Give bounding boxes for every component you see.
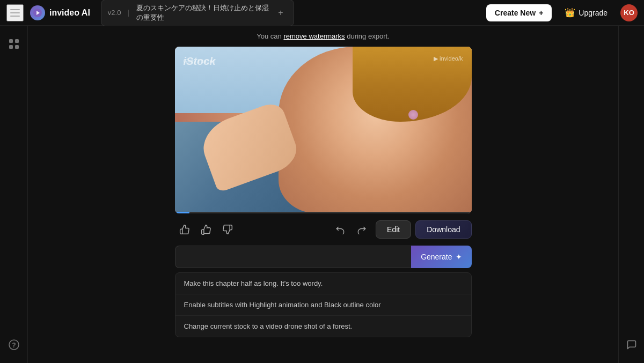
undo-button[interactable] <box>331 220 350 239</box>
avatar-initials: KO <box>624 9 634 17</box>
video-title: 夏のスキンケアの秘訣！日焼け止めと保湿の重要性 <box>136 3 269 23</box>
upgrade-label: Upgrade <box>579 9 608 17</box>
watermark-link[interactable]: remove watermarks <box>283 32 345 40</box>
svg-rect-2 <box>10 16 20 17</box>
redo-button[interactable] <box>352 220 371 239</box>
logo-icon <box>30 5 45 20</box>
svg-text:?: ? <box>12 342 16 349</box>
create-new-label: Create New <box>495 9 536 17</box>
sidebar-grid-button[interactable] <box>4 34 24 54</box>
reaction-buttons <box>175 220 327 239</box>
svg-rect-7 <box>9 45 13 49</box>
crown-icon: 👑 <box>565 8 575 18</box>
user-avatar[interactable]: KO <box>620 4 638 21</box>
suggestion-item[interactable]: Change current stock to a video drone sh… <box>175 316 471 337</box>
add-chapter-button[interactable]: + <box>274 6 287 19</box>
title-divider: ｜ <box>125 8 132 18</box>
upgrade-button[interactable]: 👑 Upgrade <box>558 3 614 22</box>
video-progress-fill <box>175 212 190 213</box>
sparkle-icon: ✦ <box>456 253 462 261</box>
svg-rect-6 <box>15 39 19 43</box>
logo-area: invideo AI <box>30 5 90 20</box>
sidebar-help-button[interactable]: ? <box>4 335 24 354</box>
svg-rect-0 <box>10 9 20 10</box>
suggestions-panel: Make this chapter half as long. It's too… <box>175 272 472 337</box>
right-panel <box>618 26 644 363</box>
chat-input-area: Generate ✦ <box>175 246 472 268</box>
video-thumbnail: iStock Getty Images ▶ invideo/k <box>175 47 472 213</box>
chat-input[interactable] <box>175 246 412 268</box>
edit-button[interactable]: Edit <box>376 220 411 239</box>
video-player[interactable]: iStock Getty Images ▶ invideo/k <box>175 47 472 213</box>
thumbs-down-button[interactable] <box>218 220 237 239</box>
download-button[interactable]: Download <box>415 220 471 239</box>
thumbs-up-filled-button[interactable] <box>175 220 194 239</box>
svg-rect-8 <box>15 45 19 49</box>
watermark-notice: You can remove watermarks during export. <box>257 32 389 40</box>
suggestion-item[interactable]: Enable subtitles with Highlight animatio… <box>175 294 471 316</box>
svg-rect-5 <box>9 39 13 43</box>
video-progress-bar[interactable] <box>175 212 472 213</box>
generate-label: Generate <box>421 253 452 261</box>
create-new-icon: + <box>539 9 543 17</box>
istock-sublabel: Getty Images <box>184 58 215 64</box>
nav-buttons <box>331 220 371 239</box>
app-header: invideo AI v2.0 ｜ 夏のスキンケアの秘訣！日焼け止めと保湿の重要… <box>0 0 644 26</box>
menu-button[interactable] <box>6 4 24 21</box>
suggestion-item[interactable]: Make this chapter half as long. It's too… <box>175 273 471 294</box>
invideo-watermark: ▶ invideo/k <box>434 55 463 62</box>
logo-text: invideo AI <box>49 8 90 18</box>
svg-rect-1 <box>10 12 20 13</box>
center-area: You can remove watermarks during export. <box>28 26 618 363</box>
version-label: v2.0 <box>108 9 121 17</box>
thumbs-up-button[interactable] <box>196 220 216 239</box>
title-bar[interactable]: v2.0 ｜ 夏のスキンケアの秘訣！日焼け止めと保湿の重要性 + <box>101 0 294 26</box>
create-new-button[interactable]: Create New + <box>486 4 552 21</box>
chat-panel-button[interactable] <box>622 335 641 354</box>
generate-button[interactable]: Generate ✦ <box>411 246 471 268</box>
main-content: ? You can remove watermarks during expor… <box>0 26 644 363</box>
action-row: Edit Download <box>175 220 472 239</box>
left-sidebar: ? <box>0 26 28 363</box>
